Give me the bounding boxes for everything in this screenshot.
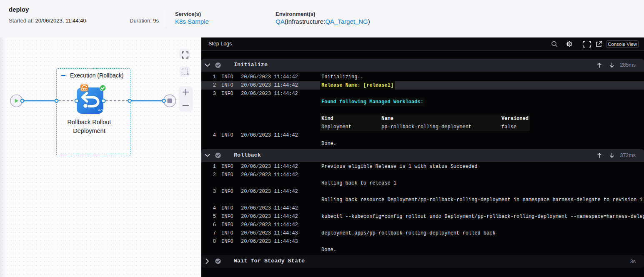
svg-text:</>: </> bbox=[98, 109, 104, 112]
